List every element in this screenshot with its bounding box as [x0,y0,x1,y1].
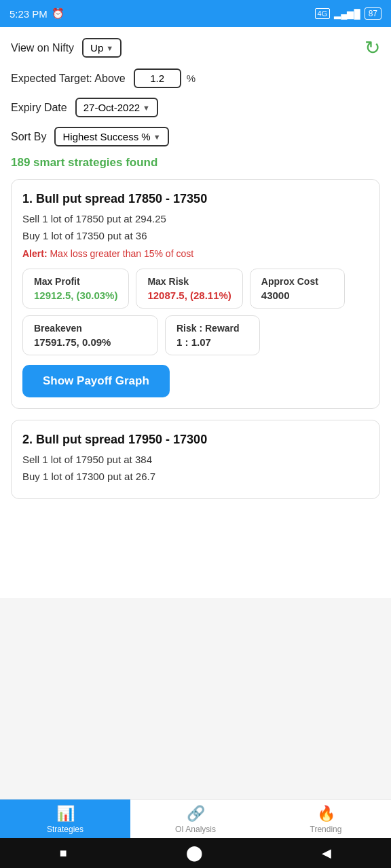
max-profit-box: Max Profit 12912.5, (30.03%) [22,269,129,309]
strategy-1-alert: Alert: Max loss greater than 15% of cost [22,248,369,259]
breakeven-label: Breakeven [34,323,147,334]
strategy-card-2: 2. Bull put spread 17950 - 17300 Sell 1 … [11,420,380,499]
sort-by-dropdown[interactable]: Highest Success % ▼ [54,127,168,146]
view-nifty-dropdown[interactable]: Up ▼ [82,38,122,58]
android-square-button[interactable]: ■ [60,846,67,861]
approx-cost-label: Approx Cost [261,276,333,287]
oi-analysis-label: OI Analysis [175,825,216,834]
view-nifty-label: View on Nifty [11,42,74,54]
status-time: 5:23 PM ⏰ [10,7,64,20]
refresh-button[interactable]: ↻ [365,37,380,59]
expiry-date-dropdown[interactable]: 27-Oct-2022 ▼ [75,98,158,117]
results-count: 189 smart strategies found [11,156,380,170]
strategy-2-desc1: Sell 1 lot of 17950 put at 384 [22,454,369,465]
strategy-1-desc2: Buy 1 lot of 17350 put at 36 [22,230,369,241]
main-content: View on Nifty Up ▼ ↻ Expected Target: Ab… [0,27,391,598]
max-profit-value: 12912.5, (30.03%) [34,290,117,301]
nav-oi-analysis[interactable]: 🔗 OI Analysis [130,800,261,838]
android-nav-bar: ■ ⬤ ◀ [0,838,391,868]
approx-cost-box: Approx Cost 43000 [250,269,345,309]
expected-target-input[interactable] [134,68,181,88]
sort-dropdown-arrow-icon: ▼ [153,133,161,141]
percent-label: % [187,73,196,84]
dropdown-arrow-icon: ▼ [106,44,113,52]
alert-label: Alert: [22,248,48,259]
strategies-label: Strategies [47,825,83,834]
strategy-1-title: 1. Bull put spread 17850 - 17350 [22,192,369,206]
strategy-1-desc1: Sell 1 lot of 17850 put at 294.25 [22,213,369,224]
strategy-2-desc2: Buy 1 lot of 17300 put at 26.7 [22,471,369,482]
expected-target-label: Expected Target: Above [11,73,126,85]
sort-by-label: Sort By [11,131,46,143]
risk-reward-box: Risk : Reward 1 : 1.07 [165,315,260,355]
sort-by-row: Sort By Highest Success % ▼ [11,127,380,146]
risk-reward-label: Risk : Reward [176,323,248,334]
battery-icon: 87 [365,7,381,20]
approx-cost-value: 43000 [261,290,333,301]
android-back-button[interactable]: ◀ [322,846,331,861]
nav-strategies[interactable]: 📊 Strategies [0,800,130,838]
alert-msg: Max loss greater than 15% of cost [50,248,193,259]
bottom-nav: 📊 Strategies 🔗 OI Analysis 🔥 Trending [0,799,391,838]
status-icons: 4G ▂▄▆█ 87 [315,7,381,20]
oi-analysis-icon: 🔗 [187,805,205,823]
max-risk-value: 12087.5, (28.11%) [147,290,231,301]
max-risk-label: Max Risk [147,276,231,287]
expiry-date-label: Expiry Date [11,102,67,114]
risk-reward-value: 1 : 1.07 [176,336,248,348]
strategies-icon: 📊 [56,805,75,823]
strategy-card-1: 1. Bull put spread 17850 - 17350 Sell 1 … [11,179,380,409]
breakeven-box: Breakeven 17591.75, 0.09% [22,315,158,355]
view-nifty-row: View on Nifty Up ▼ ↻ [11,37,380,59]
expiry-dropdown-arrow-icon: ▼ [143,104,150,112]
expected-target-row: Expected Target: Above % [11,68,380,88]
signal-4g-icon: 4G [315,8,331,19]
signal-bars-icon: ▂▄▆█ [334,9,360,19]
max-profit-label: Max Profit [34,276,117,287]
show-payoff-graph-button[interactable]: Show Payoff Graph [22,365,170,397]
trending-label: Trending [310,825,342,834]
expiry-date-row: Expiry Date 27-Oct-2022 ▼ [11,98,380,117]
status-bar: 5:23 PM ⏰ 4G ▂▄▆█ 87 [0,0,391,27]
nav-trending[interactable]: 🔥 Trending [261,800,391,838]
strategy-2-title: 2. Bull put spread 17950 - 17300 [22,433,369,447]
trending-icon: 🔥 [317,805,335,823]
breakeven-value: 17591.75, 0.09% [34,336,147,348]
max-risk-box: Max Risk 12087.5, (28.11%) [136,269,242,309]
metrics-grid: Max Profit 12912.5, (30.03%) Max Risk 12… [22,269,369,355]
android-home-button[interactable]: ⬤ [186,844,203,862]
